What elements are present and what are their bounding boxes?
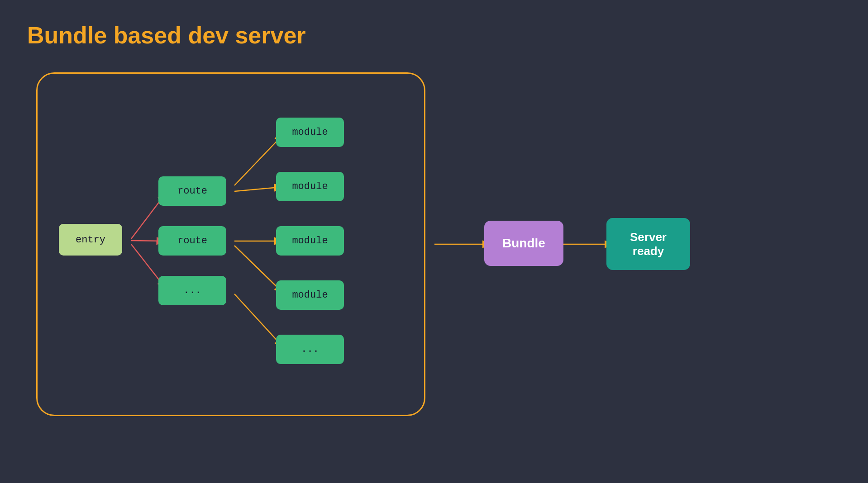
module4-node: module: [276, 280, 344, 310]
route1-node: route: [158, 176, 226, 206]
module3-node: module: [276, 226, 344, 256]
page-title: Bundle based dev server: [27, 22, 306, 49]
module1-node: module: [276, 118, 344, 147]
diagram-container: entry route route ... module module modu…: [27, 63, 842, 452]
route2-node: route: [158, 226, 226, 256]
bundle-node: Bundle: [484, 221, 563, 266]
dots2-node: ...: [276, 335, 344, 364]
server-ready-node: Serverready: [606, 218, 690, 270]
module2-node: module: [276, 172, 344, 201]
dots1-node: ...: [158, 276, 226, 305]
server-ready-label: Serverready: [630, 230, 667, 258]
entry-node: entry: [59, 224, 122, 256]
